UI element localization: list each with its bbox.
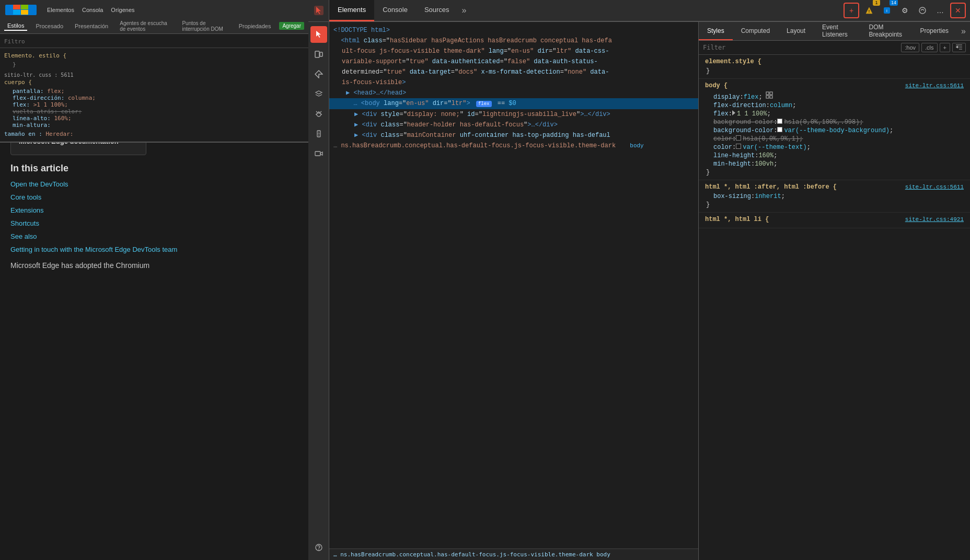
svg-rect-12 (320, 52, 322, 56)
dft-css-content: Elemento. estilo { } sitio-ltr. cuss : 5… (0, 48, 308, 142)
link-core-tools[interactable]: Core tools (10, 193, 298, 201)
filter-add-button[interactable]: + (940, 43, 950, 52)
css-prop-flex[interactable]: flex: 1 1 100%; (705, 110, 964, 118)
flex-grid-icon[interactable] (766, 91, 773, 101)
css-end-brace-element-style: } (705, 67, 964, 75)
html-line-div2[interactable]: ▶ <div class="header-holder has-default-… (329, 120, 698, 130)
close-devtools-button[interactable]: ✕ (950, 3, 966, 18)
dft-tab-propiedades[interactable]: Propiedades (236, 22, 274, 30)
css-rule-next: html *, html li { site-ltr.css:4921 (699, 213, 970, 228)
css-selector-body: body { (705, 82, 728, 89)
html-line-div3[interactable]: ▶ <div class="mainContainer uhf-containe… (329, 130, 698, 141)
css-prop-display[interactable]: display: flex; (705, 91, 964, 101)
dft-tab-procesado[interactable]: Procesado (32, 22, 66, 30)
html-line-doctype[interactable]: <!DOCTYPE html> (329, 25, 698, 36)
settings-button[interactable]: ⚙ (897, 3, 913, 18)
html-line-div1[interactable]: ▶ <div style="display: none;" id="lightn… (329, 109, 698, 120)
svg-point-15 (319, 113, 320, 114)
sidebar-device-icon[interactable] (310, 46, 327, 63)
sidebar-select-icon[interactable] (310, 26, 327, 43)
filter-hov-button[interactable]: :hov (901, 43, 919, 52)
styles-tab-more[interactable]: » (957, 22, 970, 40)
link-extensions[interactable]: Extensions (10, 206, 298, 214)
tab-console[interactable]: Console (374, 0, 416, 21)
css-rule-html-star: html *, html :after, html :before { site… (699, 180, 970, 213)
devtools-floating-overlay: Estilos Procesado Presentación Agentes d… (0, 18, 308, 143)
more-button[interactable]: … (932, 3, 948, 18)
css-prop-min-height[interactable]: min-height: 100vh; (705, 160, 964, 168)
tab-elements[interactable]: Elements (329, 0, 374, 21)
html-line-html[interactable]: <html class="hasSidebar hasPageActions h… (329, 36, 698, 46)
style-tab-event-listeners[interactable]: Event Listeners (814, 22, 860, 40)
css-prop-flex-direction[interactable]: flex-direction: column; (705, 101, 964, 110)
sidebar-inspect-icon[interactable] (310, 66, 327, 83)
css-prop-bg-color[interactable]: background-color: var(--theme-body-backg… (705, 126, 964, 135)
cursor-icon[interactable] (314, 6, 324, 15)
svg-text:i: i (886, 8, 887, 13)
svg-text:!: ! (869, 9, 870, 13)
svg-point-14 (317, 113, 318, 114)
svg-rect-23 (770, 96, 772, 98)
sidebar-layers-icon[interactable] (310, 86, 327, 102)
link-shortcuts[interactable]: Shortcuts (10, 219, 298, 227)
sidebar-lighthouse-icon[interactable] (310, 125, 327, 142)
webpage-panel: Elementos Consola Orígenes Microsoft / D… (0, 0, 308, 560)
css-source-html-star[interactable]: site-ltr.css:5611 (905, 184, 964, 190)
nav-elementos[interactable]: Elementos (47, 7, 74, 13)
css-selector-element-style: element.style { (705, 58, 761, 65)
svg-rect-20 (766, 92, 769, 95)
styles-rules-content[interactable]: element.style { } body { site-ltr.css:56… (699, 55, 970, 560)
html-line-head[interactable]: ▶ <head>…</head> (329, 88, 698, 98)
in-article-title: In this article (10, 163, 298, 174)
style-tab-layout[interactable]: Layout (778, 22, 814, 40)
profile-button[interactable] (915, 3, 930, 18)
html-breadcrumb: … ns.hasBreadcrumb.conceptual.has-defaul… (329, 549, 698, 560)
style-tab-styles[interactable]: Styles (699, 22, 733, 40)
sidebar-bug-icon[interactable] (310, 106, 327, 122)
devtools-actions: + ! 1 i 14 ⚙ … ✕ (839, 3, 970, 18)
link-open-devtools[interactable]: Open the DevTools (10, 180, 298, 188)
svg-rect-1 (21, 5, 28, 9)
svg-rect-0 (13, 5, 20, 9)
svg-rect-11 (315, 51, 319, 57)
dft-tab-presentacion[interactable]: Presentación (72, 22, 111, 30)
microsoft-logo (5, 5, 37, 15)
tab-sources[interactable]: Sources (416, 0, 458, 21)
filter-indent-button[interactable] (952, 43, 966, 52)
link-getting-touch[interactable]: Getting in touch with the Microsoft Edge… (10, 246, 298, 253)
dft-tab-agentes[interactable]: Agentes de escucha de eventos (117, 19, 174, 33)
css-source-body[interactable]: site-ltr.css:5611 (905, 83, 964, 89)
link-see-also[interactable]: See also (10, 232, 298, 240)
style-tab-properties[interactable]: Properties (911, 22, 957, 40)
agregar-button[interactable]: Agregar (279, 22, 304, 30)
html-tree[interactable]: <!DOCTYPE html> <html class="hasSidebar … (329, 22, 698, 549)
sidebar-recorder-icon[interactable] (310, 145, 327, 162)
style-tab-computed[interactable]: Computed (733, 22, 778, 40)
page-desc: Microsoft Edge has adopted the Chromium (10, 261, 298, 270)
css-prop-color-old[interactable]: color: hsla(0,0%,9%,1); (705, 135, 964, 143)
nav-consola[interactable]: Consola (82, 7, 103, 13)
html-line-body[interactable]: … <body lang="en-us" dir="ltr"> flex == … (329, 98, 698, 109)
css-end-brace-html-star: } (705, 201, 964, 209)
sidebar-help-icon[interactable] (310, 539, 327, 556)
color-swatch-color-old[interactable] (736, 135, 741, 141)
css-source-next[interactable]: site-ltr.css:4921 (905, 216, 964, 223)
dft-tab-estilos[interactable]: Estilos (4, 21, 27, 31)
tab-more[interactable]: » (458, 0, 471, 21)
dft-tab-puntos[interactable]: Puntos de interrupción DOM (179, 19, 230, 33)
nav-origenes[interactable]: Orígenes (111, 7, 134, 13)
css-prop-line-height[interactable]: line-height: 160%; (705, 151, 964, 160)
styles-filter-input[interactable] (703, 44, 901, 51)
filter-cls-button[interactable]: .cls (921, 43, 938, 52)
css-end-brace-body: } (705, 168, 964, 177)
css-prop-box-sizing[interactable]: box-sizing: inherit; (705, 192, 964, 201)
css-selector-next: html *, html li { (705, 216, 769, 223)
css-prop-color[interactable]: color: var(--theme-text); (705, 143, 964, 151)
color-swatch-color[interactable] (736, 144, 741, 149)
color-swatch-bg[interactable] (777, 127, 782, 132)
dft-filter-input[interactable] (4, 38, 304, 45)
color-swatch-bg-old[interactable] (777, 119, 782, 124)
css-prop-bg-color-old[interactable]: background-color: hsla(0,0%,100%,.998); (705, 118, 964, 126)
add-panel-button[interactable]: + (844, 3, 859, 18)
style-tab-dom-breakpoints[interactable]: DOM Breakpoints (861, 22, 912, 40)
